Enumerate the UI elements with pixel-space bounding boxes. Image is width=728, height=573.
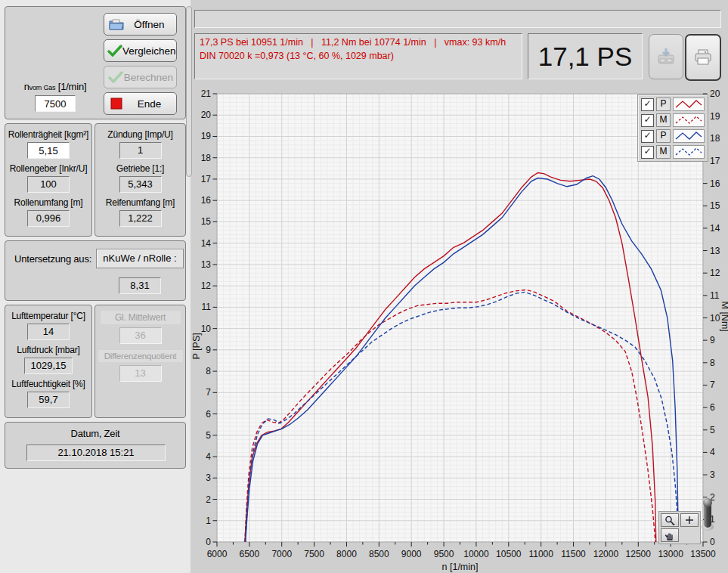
toggle-switch-knob: [703, 498, 712, 507]
open-button[interactable]: Öffnen: [104, 13, 177, 36]
magnifier-icon: [664, 516, 676, 525]
svg-text:6500: 6500: [240, 549, 260, 559]
svg-text:12000: 12000: [593, 549, 619, 559]
din-correction-text: DIN 70020 k =0,973 (13 °C, 60 %, 1029 mb…: [200, 50, 517, 63]
x-axis-title: n [1/min]: [442, 562, 479, 572]
end-button[interactable]: Ende: [104, 92, 177, 115]
legend-row-m-red: ✓ M: [641, 113, 705, 127]
gearbox-label: Getriebe [1:]: [116, 163, 164, 174]
difference-quotient-value[interactable]: 13: [119, 365, 162, 382]
legend-label-m-blue[interactable]: M: [656, 145, 671, 159]
legend-checkbox-m-blue[interactable]: ✓: [641, 146, 654, 159]
svg-text:12500: 12500: [626, 549, 652, 559]
svg-text:14: 14: [201, 238, 212, 249]
end-button-label: Ende: [125, 98, 173, 110]
air-pressure-label: Luftdruck [mbar]: [17, 345, 80, 355]
gearbox-value[interactable]: 5,343: [119, 176, 162, 193]
ratio-source-label: Untersetzung aus:: [14, 253, 91, 265]
save-disk-icon: [655, 46, 677, 67]
svg-text:4: 4: [710, 447, 715, 457]
moving-average-label: Gl. Mittelwert: [101, 311, 181, 324]
svg-text:9000: 9000: [401, 549, 422, 559]
open-button-label: Öffnen: [125, 19, 173, 30]
calculate-button[interactable]: Berechnen: [104, 66, 177, 88]
svg-text:16: 16: [710, 178, 720, 189]
ratio-value[interactable]: 8,31: [119, 277, 161, 294]
pan-tool-button[interactable]: [661, 528, 679, 542]
humidity-label: Luftfeuchtigkeit [%]: [11, 379, 85, 389]
svg-text:15: 15: [710, 200, 720, 211]
legend-line-sample-m-blue[interactable]: [673, 145, 705, 159]
live-power-value: 17,1 PS: [538, 42, 633, 72]
svg-text:17: 17: [201, 174, 212, 184]
dyno-app-window: Öffnen Vergleichen Berechnen: [0, 0, 728, 573]
svg-text:8: 8: [206, 366, 211, 376]
legend-checkbox-p-red[interactable]: ✓: [641, 98, 654, 111]
save-button[interactable]: [649, 34, 683, 79]
compare-button-label: Vergleichen: [122, 45, 176, 57]
checkmark-disabled-icon: [107, 70, 124, 85]
legend-checkbox-p-blue[interactable]: ✓: [641, 130, 654, 143]
left-axis-title: P [PS]: [191, 333, 202, 359]
legend-label-p-blue[interactable]: P: [656, 129, 671, 143]
right-axis-title: M [Nm]: [720, 302, 728, 332]
svg-text:1: 1: [206, 516, 211, 526]
roll-inertia-input[interactable]: [27, 142, 70, 159]
plot-area[interactable]: [217, 94, 703, 542]
result-status-box: 17,3 PS bei 10951 1/min | 11,2 Nm bei 10…: [194, 33, 522, 79]
svg-text:15: 15: [201, 216, 212, 227]
zoom-tool-button[interactable]: [661, 513, 679, 527]
svg-text:4: 4: [206, 451, 211, 462]
svg-text:8: 8: [710, 358, 715, 368]
svg-text:5: 5: [710, 425, 715, 435]
chart-legend: ✓ P ✓ M ✓ P ✓ M: [637, 94, 708, 162]
svg-text:18: 18: [710, 133, 720, 144]
comment-input[interactable]: [194, 10, 721, 28]
cursor-tool-button[interactable]: [680, 513, 699, 527]
svg-text:12: 12: [201, 280, 212, 291]
air-temp-value[interactable]: 14: [27, 324, 70, 340]
svg-text:6: 6: [710, 402, 715, 413]
svg-text:13: 13: [710, 246, 720, 256]
svg-text:14: 14: [710, 223, 720, 234]
legend-checkbox-m-red[interactable]: ✓: [641, 114, 654, 127]
humidity-value[interactable]: 59,7: [27, 392, 70, 408]
legend-label-m-red[interactable]: M: [656, 113, 671, 127]
svg-text:11: 11: [202, 302, 212, 312]
moving-average-value[interactable]: 36: [119, 327, 162, 344]
roll-encoder-value[interactable]: 100: [27, 176, 70, 193]
svg-text:7500: 7500: [304, 549, 324, 559]
svg-text:10500: 10500: [496, 549, 522, 559]
svg-text:20: 20: [710, 88, 720, 99]
svg-text:7000: 7000: [271, 549, 292, 559]
n-gas-input[interactable]: [35, 95, 76, 112]
tire-circumference-value[interactable]: 1,222: [119, 210, 162, 227]
roller-panel: Rollenträgheit [kgm²] Rollengeber [Inkr/…: [5, 123, 92, 237]
compare-button[interactable]: Vergleichen: [104, 39, 177, 62]
svg-text:0: 0: [710, 537, 715, 547]
air-pressure-value[interactable]: 1029,15: [24, 358, 73, 374]
calculate-button-label: Berechnen: [124, 72, 173, 83]
datetime-value[interactable]: 21.10.2018 15:21: [26, 444, 166, 461]
svg-text:6000: 6000: [207, 549, 228, 559]
svg-text:8500: 8500: [369, 549, 389, 559]
legend-row-p-red: ✓ P: [641, 98, 705, 111]
print-button[interactable]: [685, 34, 721, 81]
checkmark-icon: [107, 43, 122, 58]
tire-circumference-label: Reifenumfang [m]: [106, 197, 175, 208]
legend-line-sample-m-red[interactable]: [673, 113, 705, 127]
ignition-value[interactable]: 1: [119, 142, 162, 159]
toggle-switch[interactable]: [700, 496, 715, 534]
folder-open-icon: [107, 17, 125, 32]
svg-text:3: 3: [206, 472, 211, 483]
svg-text:10: 10: [710, 313, 720, 324]
legend-line-sample-p-red[interactable]: [673, 98, 705, 111]
svg-text:16: 16: [201, 195, 212, 206]
difference-quotient-label: Differenzenquotient: [98, 350, 183, 362]
ratio-source-selector[interactable]: nKuWe / nRolle :: [96, 249, 184, 268]
svg-text:2: 2: [206, 494, 211, 505]
legend-line-sample-p-blue[interactable]: [673, 129, 705, 143]
svg-text:0: 0: [206, 537, 211, 547]
legend-label-p-red[interactable]: P: [656, 98, 671, 111]
roll-circumference-value[interactable]: 0,996: [27, 210, 70, 227]
